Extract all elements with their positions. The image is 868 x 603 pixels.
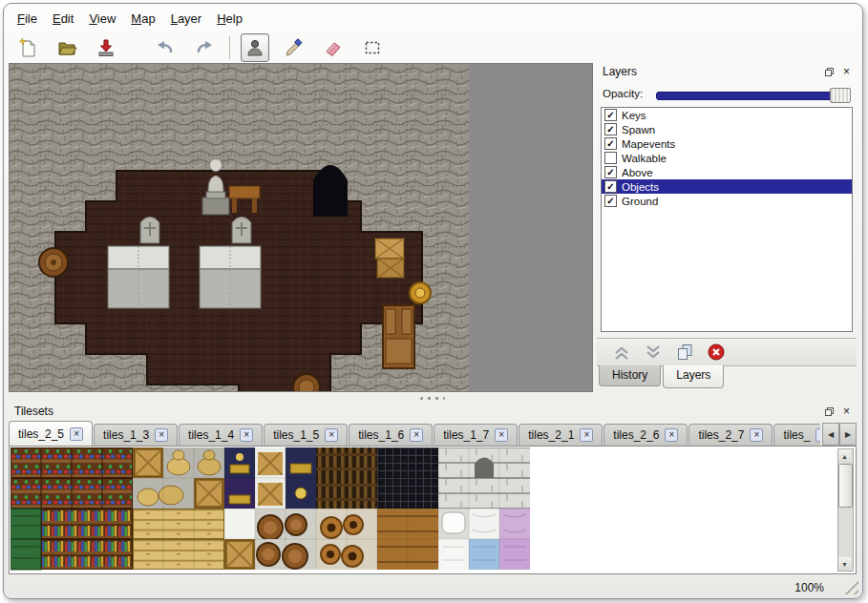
visibility-checkbox[interactable]: ✓: [604, 152, 617, 164]
toolbar: [13, 31, 387, 65]
opacity-slider[interactable]: [656, 87, 851, 102]
eraser-tool-button[interactable]: [319, 33, 348, 62]
new-file-button[interactable]: [13, 33, 42, 62]
check-icon: ✓: [606, 139, 614, 148]
scroll-up-button[interactable]: ▲: [838, 449, 851, 463]
undo-button[interactable]: [151, 33, 180, 62]
tileset-tab[interactable]: tiles_ ×: [773, 424, 820, 446]
layers-panel-title: Layers ×: [597, 63, 857, 80]
tab-history[interactable]: History: [599, 365, 661, 386]
close-icon[interactable]: ×: [815, 428, 820, 442]
layer-name: Above: [622, 167, 653, 178]
tab-label: History: [612, 368, 647, 382]
selection-rectangle-icon: [362, 37, 383, 58]
tileset-canvas[interactable]: ▲ ▼: [9, 446, 857, 574]
open-button[interactable]: [53, 33, 81, 62]
scrollbar-thumb[interactable]: [838, 464, 853, 508]
tab-layers[interactable]: Layers: [663, 365, 724, 388]
close-icon[interactable]: ×: [240, 428, 253, 442]
visibility-checkbox[interactable]: ✓: [604, 195, 617, 207]
tab-label: tiles_: [783, 428, 810, 442]
slider-track[interactable]: [656, 92, 851, 100]
person-stamp-icon: [244, 37, 265, 58]
close-icon[interactable]: ×: [580, 428, 593, 442]
menu-file[interactable]: File: [10, 9, 45, 29]
layer-row-spawn[interactable]: ✓ Spawn: [602, 122, 852, 136]
close-icon[interactable]: ×: [495, 428, 508, 442]
panel-title-label: Layers: [603, 65, 637, 78]
check-icon: ✓: [606, 125, 614, 134]
close-icon[interactable]: ×: [410, 428, 423, 442]
layer-row-ground[interactable]: ✓ Ground: [602, 194, 852, 208]
visibility-checkbox[interactable]: ✓: [604, 109, 617, 121]
splitter-handle[interactable]: [9, 393, 857, 403]
tab-label: tiles_1_5: [273, 428, 319, 442]
tileset-tab[interactable]: tiles_2_5 ×: [9, 421, 93, 446]
close-icon[interactable]: ×: [665, 428, 678, 442]
layer-row-above[interactable]: ✓ Above: [602, 165, 852, 179]
tileset-tab[interactable]: tiles_2_6 ×: [603, 424, 688, 446]
float-window-icon[interactable]: [823, 66, 836, 78]
save-button[interactable]: [92, 33, 120, 62]
duplicate-layer-button[interactable]: [673, 341, 696, 364]
tileset-tab[interactable]: tiles_1_7 ×: [434, 424, 518, 446]
delete-layer-button[interactable]: [705, 341, 728, 364]
statusbar: 100%: [4, 577, 862, 597]
stamp-tool-button[interactable]: [241, 33, 269, 62]
close-icon[interactable]: ×: [840, 66, 853, 78]
close-icon[interactable]: ×: [840, 405, 853, 418]
map-viewport[interactable]: [9, 63, 593, 392]
visibility-checkbox[interactable]: ✓: [604, 166, 617, 178]
check-icon: ✓: [606, 182, 614, 191]
menu-edit[interactable]: Edit: [45, 9, 81, 29]
layer-name: Keys: [622, 110, 646, 121]
tileset-vertical-scrollbar[interactable]: ▲ ▼: [837, 448, 854, 572]
tileset-tab[interactable]: tiles_2_7 ×: [688, 424, 773, 446]
redo-button[interactable]: [190, 33, 219, 62]
layer-name: Mapevents: [622, 138, 675, 150]
visibility-checkbox[interactable]: ✓: [604, 137, 617, 150]
visibility-checkbox[interactable]: ✓: [604, 180, 617, 193]
menu-map[interactable]: Map: [123, 9, 162, 29]
menu-help[interactable]: Help: [209, 9, 250, 29]
opacity-label: Opacity:: [603, 88, 643, 99]
tileset-tab[interactable]: tiles_2_1 ×: [519, 424, 603, 446]
tab-scroll-left-button[interactable]: ◀: [822, 423, 839, 446]
menu-layer[interactable]: Layer: [163, 9, 210, 29]
fill-tool-button[interactable]: [280, 33, 308, 62]
resize-grip[interactable]: [844, 580, 858, 594]
open-folder-icon: [56, 37, 77, 58]
tombstone: [232, 217, 251, 243]
scroll-down-button[interactable]: ▼: [838, 557, 851, 571]
visibility-checkbox[interactable]: ✓: [604, 123, 617, 135]
layer-row-mapevents[interactable]: ✓ Mapevents: [602, 136, 852, 151]
layer-toolbar: [597, 338, 857, 366]
tileset-tab[interactable]: tiles_1_3 ×: [94, 424, 178, 446]
close-icon[interactable]: ×: [325, 428, 338, 442]
tileset-tab[interactable]: tiles_1_6 ×: [349, 424, 433, 446]
close-icon[interactable]: ×: [750, 428, 763, 442]
slider-handle[interactable]: [830, 88, 851, 103]
layer-row-objects[interactable]: ✓ Objects: [602, 179, 852, 194]
cave-entrance: [313, 165, 348, 217]
tileset-tab[interactable]: tiles_1_4 ×: [179, 424, 263, 446]
tab-label: tiles_1_3: [103, 428, 149, 442]
close-icon[interactable]: ×: [70, 427, 83, 441]
menu-view[interactable]: View: [81, 9, 123, 29]
float-window-icon[interactable]: [823, 405, 836, 418]
tab-label: tiles_1_7: [443, 428, 489, 442]
layer-row-keys[interactable]: ✓ Keys: [602, 108, 852, 122]
move-layer-down-button[interactable]: [642, 341, 665, 364]
select-region-tool-button[interactable]: [358, 33, 387, 62]
tab-label: Layers: [676, 368, 710, 382]
map-image: [10, 64, 469, 392]
layer-row-walkable[interactable]: ✓ Walkable: [602, 151, 852, 165]
barrel: [39, 248, 68, 277]
tab-scroll-right-button[interactable]: ▶: [839, 423, 857, 446]
tileset-tab[interactable]: tiles_1_5 ×: [264, 424, 348, 446]
toolbar-separator: [229, 36, 230, 59]
chevron-up-icon: [612, 344, 631, 361]
close-icon[interactable]: ×: [155, 428, 168, 442]
crate-stack: [375, 239, 404, 278]
move-layer-up-button[interactable]: [610, 341, 633, 364]
